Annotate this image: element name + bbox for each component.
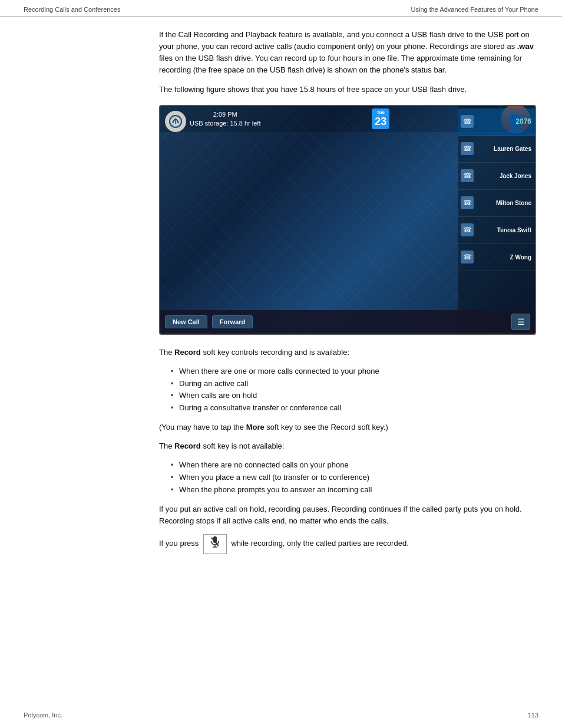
contact-lauren[interactable]: ☎ Lauren Gates <box>458 136 535 163</box>
page-header: Recording Calls and Conferences Using th… <box>0 0 562 17</box>
more-bold: More <box>246 423 265 431</box>
date-num: 23 <box>375 116 386 129</box>
figure-intro: The following figure shows that you have… <box>159 84 538 95</box>
phone-date-badge: Tue 23 <box>372 108 389 129</box>
not-available-para: The Record soft key is not available: <box>159 440 538 452</box>
new-call-button[interactable]: New Call <box>165 315 207 328</box>
ext-row: ☎ 2076 <box>458 108 535 136</box>
available-item-4: During a consultative transfer or confer… <box>171 402 538 414</box>
footer-right: 113 <box>528 711 538 719</box>
wav-bold: .wav <box>517 42 534 51</box>
contact-icon-4: ☎ <box>461 223 474 236</box>
intro-paragraph: If the Call Recording and Playback featu… <box>159 29 538 77</box>
main-content: If the Call Recording and Playback featu… <box>0 17 562 573</box>
contact-icon-2: ☎ <box>461 169 474 182</box>
contact-teresa[interactable]: ☎ Teresa Swift <box>458 217 535 244</box>
footer-left: Polycom, Inc. <box>24 711 62 719</box>
not-available-item-3: When the phone prompts you to answer an … <box>171 484 538 496</box>
header-left: Recording Calls and Conferences <box>24 6 120 13</box>
contact-icon-1: ☎ <box>461 142 474 155</box>
contact-milton[interactable]: ☎ Milton Stone <box>458 190 535 217</box>
contact-jack[interactable]: ☎ Jack Jones <box>458 163 535 190</box>
contact-name-2: Jack Jones <box>476 173 531 179</box>
contact-name-3: Milton Stone <box>476 200 531 206</box>
available-item-1: When there are one or more calls connect… <box>171 365 538 378</box>
more-note: (You may have to tap the More soft key t… <box>159 421 538 433</box>
record-bold-1: Record <box>174 348 201 357</box>
ext-number: 2076 <box>476 117 531 126</box>
record-available-para: The Record soft key controls recording a… <box>159 347 538 358</box>
menu-icon[interactable]: ☰ <box>511 314 530 330</box>
record-bold-2: Record <box>174 442 201 450</box>
phone-softkeys: New Call Forward ☰ <box>160 310 535 334</box>
contact-wong[interactable]: ☎ Z Wong <box>458 244 535 271</box>
not-available-item-1: When there are no connected calls on you… <box>171 459 538 472</box>
page-footer: Polycom, Inc. 113 <box>24 711 538 719</box>
available-item-3: When calls are on hold <box>171 390 538 402</box>
phone-usb: USB storage: 15.8 hr left <box>190 119 260 127</box>
contact-icon-5: ☎ <box>461 251 474 263</box>
not-available-list: When there are no connected calls on you… <box>171 459 538 496</box>
forward-button[interactable]: Forward <box>212 315 253 328</box>
header-right: Using the Advanced Features of Your Phon… <box>411 6 539 13</box>
ext-icon: ☎ <box>461 115 474 128</box>
contact-icon-3: ☎ <box>461 196 474 209</box>
contact-name-1: Lauren Gates <box>476 146 531 152</box>
mute-icon <box>210 536 220 548</box>
available-list: When there are one or more calls connect… <box>171 365 538 414</box>
not-available-item-2: When you place a new call (to transfer o… <box>171 472 538 484</box>
phone-screenshot: 2:09 PM USB storage: 15.8 hr left Tue 23… <box>159 105 536 335</box>
available-item-2: During an active call <box>171 378 538 390</box>
mute-paragraph: If you press while recording, only the c… <box>159 534 538 554</box>
mute-icon-box <box>203 534 227 554</box>
date-day: Tue <box>376 110 385 116</box>
contact-name-4: Teresa Swift <box>476 227 531 233</box>
hold-paragraph: If you put an active call on hold, recor… <box>159 503 538 527</box>
contact-name-5: Z Wong <box>476 254 531 261</box>
phone-time: 2:09 PM <box>190 110 260 118</box>
phone-time-usb: 2:09 PM USB storage: 15.8 hr left <box>190 110 260 127</box>
phone-right-panel: ☎ 2076 ☎ Lauren Gates ☎ Jack Jones ☎ Mil… <box>458 106 535 334</box>
